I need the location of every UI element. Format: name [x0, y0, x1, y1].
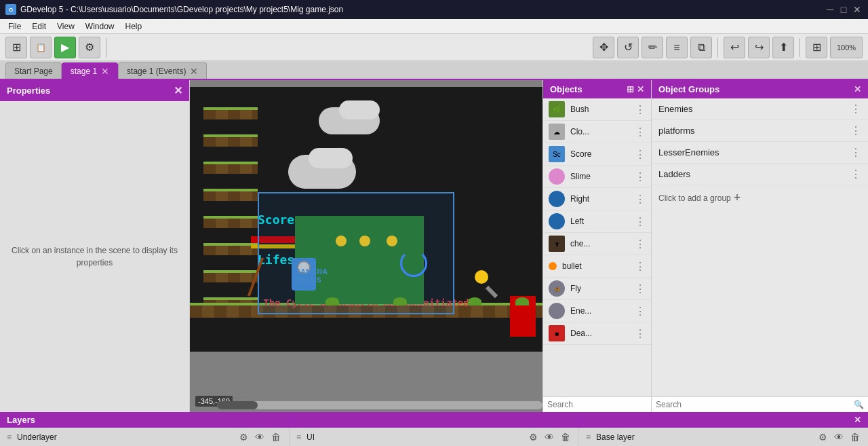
tab-stage1-events[interactable]: stage 1 (Events) ✕ [118, 62, 207, 79]
object-item-fly[interactable]: 🦋 Fly ⋮ [543, 278, 651, 300]
object-menu-score[interactable]: ⋮ [635, 148, 646, 161]
object-item-right[interactable]: Right ⋮ [543, 188, 651, 210]
window-title: GDevelop 5 - C:\Users\usuario\Documents\… [20, 5, 343, 14]
zoom-button[interactable]: 100% [830, 37, 863, 58]
grass-4 [515, 297, 529, 305]
menu-edit[interactable]: Edit [26, 20, 52, 33]
object-item-enemy[interactable]: Ene... ⋮ [543, 300, 651, 322]
layer-visibility-base[interactable]: 👁 [833, 431, 845, 443]
edit-tool-button[interactable]: ✏ [642, 37, 663, 58]
group-item-lesserenemies[interactable]: LesserEnemies ⋮ [652, 142, 868, 164]
object-menu-left[interactable]: ⋮ [635, 215, 646, 228]
layer-settings-ui[interactable]: ⚙ [527, 431, 539, 443]
object-menu-bullet[interactable]: ⋮ [635, 260, 646, 273]
canvas-scrollbar[interactable] [217, 401, 542, 409]
tab-stage1-events-close[interactable]: ✕ [190, 66, 198, 77]
object-item-dead[interactable]: ■ Dea... ⋮ [543, 322, 651, 345]
object-item-left[interactable]: Left ⋮ [543, 210, 651, 233]
object-menu-right[interactable]: ⋮ [635, 193, 646, 206]
object-item-bullet[interactable]: bullet ⋮ [543, 255, 651, 278]
objects-title: Objects [550, 84, 583, 94]
objects-search-input[interactable] [547, 400, 649, 409]
groups-close-button[interactable]: ✕ [854, 84, 861, 94]
layer-button[interactable]: ⧉ [690, 37, 712, 58]
maximize-button[interactable]: □ [838, 4, 849, 15]
export-button[interactable]: ⬆ [772, 37, 794, 58]
properties-close-button[interactable]: ✕ [174, 84, 182, 97]
coin-4 [475, 270, 488, 284]
redo-button[interactable]: ↪ [748, 37, 770, 58]
menu-file[interactable]: File [3, 20, 26, 33]
layer-row-base: ≡ Base layer ⚙ 👁 🗑 [579, 428, 868, 446]
events-editor-button[interactable]: 📋 [30, 37, 52, 58]
layer-delete-base[interactable]: 🗑 [849, 431, 861, 443]
group-menu-enemies[interactable]: ⋮ [850, 103, 861, 115]
object-item-cloud[interactable]: ☁ Clo... ⋮ [543, 121, 651, 143]
object-item-che[interactable]: 🗡 che... ⋮ [543, 233, 651, 255]
layer-delete-ui[interactable]: 🗑 [559, 431, 572, 443]
minimize-button[interactable]: ─ [825, 4, 835, 15]
groups-panel: Object Groups ✕ Enemies ⋮ platforms ⋮ Le… [651, 80, 868, 412]
group-menu-platforms[interactable]: ⋮ [850, 124, 861, 137]
objects-filter-icon[interactable]: ⊞ [627, 84, 634, 94]
rotate-tool-button[interactable]: ↺ [617, 37, 639, 58]
object-thumb-score: Sc [549, 146, 565, 162]
object-menu-dead[interactable]: ⋮ [635, 327, 646, 340]
toolbar-separator-1 [106, 38, 106, 57]
tab-bar: Start Page stage 1 ✕ stage 1 (Events) ✕ [0, 61, 868, 80]
scene-editor-button[interactable]: ⊞ [5, 37, 27, 58]
external-events-button[interactable]: ⚙ [79, 37, 100, 58]
object-menu-enemy[interactable]: ⋮ [635, 305, 646, 318]
group-name-lesserenemies: LesserEnemies [658, 147, 850, 157]
layer-handle-ui[interactable]: ≡ [296, 432, 301, 442]
platform-4 [203, 189, 258, 201]
layers-header: Layers ✕ [0, 412, 868, 428]
object-item-slime[interactable]: Slime ⋮ [543, 166, 651, 188]
group-item-platforms[interactable]: platforms ⋮ [652, 120, 868, 142]
object-menu-slime[interactable]: ⋮ [635, 170, 646, 183]
menu-help[interactable]: Help [120, 20, 148, 33]
grass-2 [393, 297, 407, 305]
menu-window[interactable]: Window [80, 20, 120, 33]
layer-visibility-underlayer[interactable]: 👁 [254, 431, 266, 443]
tab-stage1[interactable]: stage 1 ✕ [62, 62, 118, 79]
close-button[interactable]: ✕ [852, 4, 863, 15]
group-menu-ladders[interactable]: ⋮ [850, 168, 861, 181]
groups-search-icon[interactable]: 🔍 [854, 400, 864, 409]
game-canvas[interactable]: Score: Lifes: The Cycle of Rebirth Has R… [190, 87, 542, 352]
objects-close-button[interactable]: ✕ [637, 84, 644, 94]
play-button[interactable]: ▶ [54, 37, 76, 58]
group-item-ladders[interactable]: Ladders ⋮ [652, 164, 868, 185]
layer-handle-base[interactable]: ≡ [586, 432, 591, 442]
tab-stage1-close[interactable]: ✕ [101, 66, 109, 77]
canvas-area[interactable]: Score: Lifes: The Cycle of Rebirth Has R… [190, 80, 542, 412]
move-tool-button[interactable]: ✥ [593, 37, 614, 58]
object-item-score[interactable]: Sc Score ⋮ [543, 143, 651, 166]
group-menu-lesserenemies[interactable]: ⋮ [850, 146, 861, 159]
toolbar-right: ✥ ↺ ✏ ≡ ⧉ ↩ ↪ ⬆ ⊞ 100% [593, 37, 863, 58]
layer-icons-base: ⚙ 👁 🗑 [816, 431, 861, 443]
tab-start-page[interactable]: Start Page [5, 62, 62, 79]
groups-search-input[interactable] [656, 400, 851, 409]
group-item-enemies[interactable]: Enemies ⋮ [652, 98, 868, 120]
object-item-bush[interactable]: 🌿 Bush ⋮ [543, 98, 651, 121]
layer-handle-underlayer[interactable]: ≡ [7, 432, 12, 442]
undo-button[interactable]: ↩ [724, 37, 745, 58]
layer-settings-base[interactable]: ⚙ [816, 431, 829, 443]
object-menu-cloud[interactable]: ⋮ [635, 126, 646, 138]
canvas-scrollbar-thumb[interactable] [217, 401, 258, 409]
group-name-platforms: platforms [658, 126, 850, 136]
list-button[interactable]: ≡ [666, 37, 688, 58]
object-menu-bush[interactable]: ⋮ [635, 103, 646, 116]
add-group-area[interactable]: Click to add a group + [652, 185, 868, 210]
layer-settings-underlayer[interactable]: ⚙ [237, 431, 250, 443]
object-name-fly: Fly [570, 284, 629, 293]
layer-visibility-ui[interactable]: 👁 [543, 431, 555, 443]
object-menu-fly[interactable]: ⋮ [635, 282, 646, 295]
layers-close-button[interactable]: ✕ [854, 415, 861, 425]
object-thumb-left [549, 213, 565, 229]
layer-delete-underlayer[interactable]: 🗑 [270, 431, 282, 443]
grid-button[interactable]: ⊞ [806, 37, 827, 58]
menu-view[interactable]: View [52, 20, 80, 33]
object-menu-che[interactable]: ⋮ [635, 238, 646, 250]
